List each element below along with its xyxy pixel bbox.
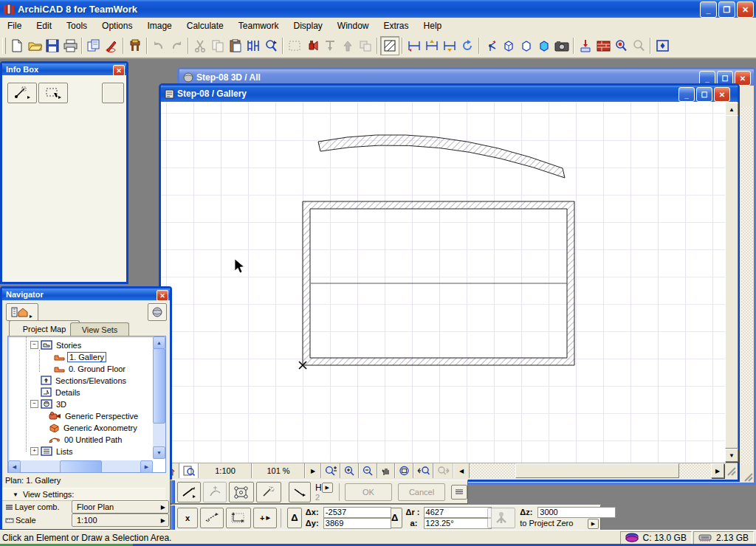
- work-environment-icon[interactable]: [126, 37, 144, 55]
- menu-tools[interactable]: Tools: [59, 18, 94, 33]
- add-path-button[interactable]: [203, 482, 227, 502]
- horizontal-scroll-thumb[interactable]: [515, 463, 679, 478]
- menu-extras[interactable]: Extras: [377, 18, 416, 33]
- layer-combination-dropdown[interactable]: Floor Plan ▶: [72, 500, 169, 514]
- gallery-resize-grip[interactable]: [724, 463, 738, 478]
- control-box-palette[interactable]: Half 2 ▶ OK Cancel: [170, 480, 468, 504]
- info-box-titlebar[interactable]: Info Box: [2, 63, 126, 75]
- new-document-icon[interactable]: [8, 37, 26, 55]
- restore-button[interactable]: ❐: [718, 1, 735, 18]
- gravity-reference-arrow[interactable]: ▶: [588, 519, 599, 529]
- menu-options[interactable]: Options: [94, 18, 140, 33]
- relative-snap-button[interactable]: [289, 482, 311, 502]
- 3d-document-icon[interactable]: [518, 37, 535, 55]
- dy-field[interactable]: 3869: [323, 518, 391, 529]
- user-origin-button[interactable]: +▶: [253, 508, 277, 528]
- tree-item-details[interactable]: Details: [41, 387, 82, 398]
- menu-window[interactable]: Window: [330, 18, 377, 33]
- menu-edit[interactable]: Edit: [29, 18, 59, 33]
- gallery-minimize-button[interactable]: _: [678, 87, 695, 102]
- brick-wall-icon[interactable]: [594, 37, 612, 55]
- fit-in-window-button[interactable]: [395, 463, 413, 478]
- previous-zoom-button[interactable]: [413, 463, 433, 478]
- grouping-button[interactable]: [229, 482, 254, 502]
- ok-button[interactable]: OK: [345, 483, 392, 501]
- dimension-style-icon[interactable]: [244, 37, 262, 55]
- 3d-block-icon[interactable]: [500, 37, 518, 55]
- gallery-maximize-button[interactable]: ☐: [696, 87, 712, 102]
- collapse-icon[interactable]: −: [30, 341, 38, 349]
- camera-icon[interactable]: [553, 37, 571, 55]
- project-chooser-button[interactable]: [6, 303, 38, 321]
- zoom-all-icon[interactable]: [630, 37, 647, 55]
- rotate-spin-icon[interactable]: [458, 37, 476, 55]
- tree-vertical-scrollbar[interactable]: ▲ ▼: [153, 336, 165, 459]
- fit-in-window-icon[interactable]: [653, 37, 671, 55]
- tree-item-generic-perspective[interactable]: Generic Perspective: [49, 410, 140, 421]
- tree-scroll-left[interactable]: ◀: [8, 460, 21, 473]
- menu-display[interactable]: Display: [286, 18, 329, 33]
- elevate-icon[interactable]: [339, 37, 357, 55]
- magic-wand-button[interactable]: [256, 482, 281, 502]
- marquee-icon[interactable]: [286, 37, 303, 55]
- dimension-elevation-up-icon[interactable]: [423, 37, 441, 55]
- 3d-projection-icon[interactable]: [482, 37, 500, 55]
- window-gallery[interactable]: Step-08 / Gallery _ ☐ ✕: [159, 83, 740, 482]
- scale-dropdown[interactable]: 1:100 ▶: [72, 514, 169, 527]
- delta-xy-toggle[interactable]: Δ: [287, 508, 302, 528]
- publisher-mode-button[interactable]: [148, 303, 167, 321]
- dimension-elevation-down-icon[interactable]: [441, 37, 458, 55]
- zoom-menu-arrow[interactable]: ▶: [305, 463, 321, 478]
- gallery-vertical-scrollbar[interactable]: ▲ ▼: [725, 102, 738, 463]
- save-icon[interactable]: [44, 37, 61, 55]
- view-settings-header[interactable]: ▼ View Settings:: [2, 488, 165, 501]
- tree-item-gallery[interactable]: 1. Gallery: [54, 351, 106, 362]
- dz-field[interactable]: 3000: [537, 507, 616, 518]
- cancel-button[interactable]: Cancel: [398, 483, 445, 501]
- gravity-reference-dropdown[interactable]: to Project Zero: [520, 519, 573, 528]
- menu-calculate[interactable]: Calculate: [179, 18, 231, 33]
- minimize-button[interactable]: _: [700, 1, 717, 18]
- menu-teamwork[interactable]: Teamwork: [231, 18, 286, 33]
- collapse-icon[interactable]: −: [30, 400, 38, 408]
- copy-icon[interactable]: [209, 37, 227, 55]
- menu-file[interactable]: File: [0, 18, 29, 33]
- relative-construction-button[interactable]: [177, 482, 201, 502]
- dimension-horizontal-icon[interactable]: [405, 37, 423, 55]
- gallery-close-button[interactable]: ✕: [714, 87, 730, 102]
- origin-button[interactable]: x: [177, 508, 198, 528]
- gallery-horizontal-scrollbar[interactable]: [470, 463, 711, 478]
- tree-hscroll-thumb[interactable]: [60, 460, 102, 473]
- tree-item-ground-floor[interactable]: 0. Ground Floor: [54, 363, 127, 374]
- redo-icon[interactable]: [168, 37, 185, 55]
- tree-item-stories[interactable]: − Stories: [30, 339, 83, 350]
- undo-icon[interactable]: [150, 37, 168, 55]
- column-drop-icon[interactable]: [321, 37, 339, 55]
- next-zoom-button[interactable]: [433, 463, 453, 478]
- find-select-icon[interactable]: [262, 37, 280, 55]
- menu-image[interactable]: Image: [140, 18, 179, 33]
- tree-scroll-up[interactable]: ▲: [153, 336, 165, 349]
- control-box-menu-button[interactable]: [451, 485, 467, 500]
- scroll-up-arrow[interactable]: ▲: [725, 103, 738, 116]
- tree-horizontal-scrollbar[interactable]: ◀ ▶: [8, 460, 153, 472]
- arrow-tool-button[interactable]: [7, 83, 37, 103]
- back-vertical-scrollbar[interactable]: [741, 106, 753, 465]
- info-box-close-icon[interactable]: ✕: [113, 65, 125, 76]
- grid-rotate-button[interactable]: [226, 508, 251, 528]
- gravity-icon[interactable]: [577, 37, 594, 55]
- navigator-palette[interactable]: Navigator ✕ Project Map View Sets − Stor…: [0, 286, 172, 531]
- markup-icon[interactable]: [103, 37, 120, 55]
- vertical-scroll-thumb[interactable]: [725, 115, 738, 449]
- paste-icon[interactable]: [227, 37, 244, 55]
- scroll-down-arrow[interactable]: ▼: [725, 449, 738, 462]
- gravity-tool-button[interactable]: [487, 508, 515, 528]
- menu-help[interactable]: Help: [416, 18, 450, 33]
- tree-scroll-down[interactable]: ▼: [153, 446, 165, 459]
- info-box-palette[interactable]: Info Box ✕: [0, 61, 128, 284]
- tree-item-3d[interactable]: − 3D: [30, 398, 68, 410]
- main-titlebar[interactable]: ArchiCAD 8 for TeamWork _ ❐ ✕: [0, 0, 756, 18]
- close-button[interactable]: ✕: [737, 1, 754, 18]
- tab-view-sets[interactable]: View Sets: [70, 322, 129, 336]
- snap-option-menu-arrow[interactable]: ▶: [322, 483, 333, 493]
